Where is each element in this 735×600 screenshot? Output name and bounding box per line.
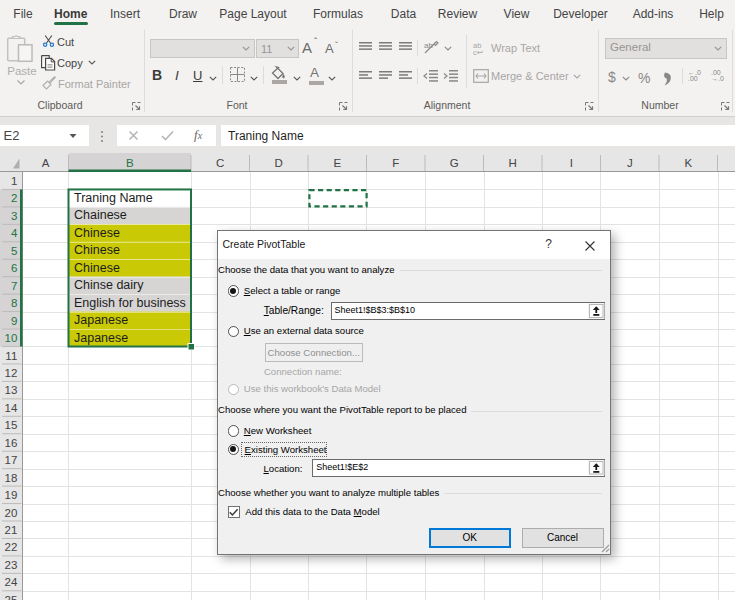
- svg-text:10: 10: [5, 332, 18, 344]
- svg-text:B: B: [126, 157, 134, 169]
- svg-text:Chainese: Chainese: [74, 208, 127, 222]
- svg-text:8: 8: [11, 297, 17, 309]
- svg-text:22: 22: [5, 541, 18, 553]
- svg-text:21: 21: [5, 524, 18, 536]
- svg-text:18: 18: [5, 472, 18, 484]
- svg-text:F: F: [392, 157, 399, 169]
- svg-text:12: 12: [5, 367, 18, 379]
- svg-text:17: 17: [5, 454, 18, 466]
- svg-text:Japanese: Japanese: [74, 313, 128, 327]
- svg-text:11: 11: [5, 350, 17, 362]
- svg-text:D: D: [275, 157, 283, 169]
- svg-text:Chinese: Chinese: [74, 226, 120, 240]
- svg-text:K: K: [684, 157, 692, 169]
- svg-text:20: 20: [5, 507, 18, 519]
- svg-text:25: 25: [5, 594, 18, 600]
- svg-text:ab: ab: [424, 41, 433, 50]
- svg-text:Chinese: Chinese: [74, 243, 120, 257]
- svg-text:6: 6: [11, 262, 17, 274]
- svg-text:c↩: c↩: [473, 48, 483, 56]
- svg-text:5: 5: [11, 245, 17, 257]
- svg-text:9: 9: [11, 315, 17, 327]
- svg-text:7: 7: [11, 280, 17, 292]
- svg-text:J: J: [627, 157, 633, 169]
- svg-text:Chinse dairy: Chinse dairy: [74, 278, 144, 292]
- svg-text:G: G: [450, 157, 459, 169]
- svg-text:16: 16: [5, 437, 18, 449]
- svg-text:1: 1: [11, 175, 17, 187]
- svg-text:I: I: [570, 157, 573, 169]
- svg-text:Traning Name: Traning Name: [74, 191, 153, 205]
- svg-text:4: 4: [11, 227, 18, 239]
- svg-text:24: 24: [5, 576, 18, 588]
- svg-text:3: 3: [11, 210, 17, 222]
- svg-text:14: 14: [5, 402, 18, 414]
- svg-text:2: 2: [11, 192, 17, 204]
- svg-text:15: 15: [5, 419, 18, 431]
- svg-text:English for business: English for business: [74, 296, 186, 310]
- svg-text:Chinese: Chinese: [74, 261, 120, 275]
- svg-text:A: A: [42, 157, 50, 169]
- svg-text:23: 23: [5, 559, 18, 571]
- svg-text:H: H: [509, 157, 517, 169]
- svg-text:E: E: [333, 157, 341, 169]
- svg-text:19: 19: [5, 489, 18, 501]
- svg-text:Japanese: Japanese: [74, 331, 128, 345]
- svg-text:13: 13: [5, 384, 18, 396]
- svg-text:C: C: [216, 157, 224, 169]
